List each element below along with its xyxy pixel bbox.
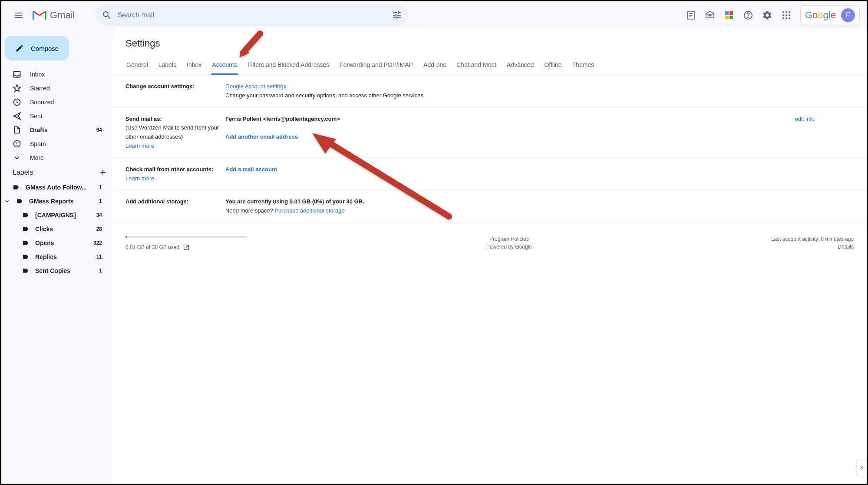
storage-need: Need more space? xyxy=(225,207,274,214)
label-gmass-reports[interactable]: GMass Reports 1 xyxy=(1,194,112,208)
settings-main: Settings General Labels Inbox Accounts F… xyxy=(112,29,867,484)
nav-label: More xyxy=(30,154,44,161)
gmail-text: Gmail xyxy=(50,10,75,21)
edit-info-link[interactable]: edit info xyxy=(795,115,815,124)
section-sublabel: (Use Wordzen Mail to send from your othe… xyxy=(125,124,219,140)
change-desc: Change your password and security option… xyxy=(225,92,425,99)
tab-inbox[interactable]: Inbox xyxy=(186,58,202,75)
gmail-logo[interactable]: Gmail xyxy=(33,10,75,21)
purchase-storage-link[interactable]: Purchase additional storage xyxy=(274,207,344,214)
tab-addons[interactable]: Add-ons xyxy=(422,58,447,75)
search-bar[interactable] xyxy=(96,5,408,26)
label-text: [CAMPAIGNS] xyxy=(35,212,76,219)
tab-advanced[interactable]: Advanced xyxy=(506,58,535,75)
side-panel-toggle[interactable] xyxy=(856,459,867,476)
storage-status: You are currently using 0.01 GB (0%) of … xyxy=(225,198,364,205)
label-clicks[interactable]: Clicks 28 xyxy=(1,222,112,236)
chevron-down-icon[interactable] xyxy=(4,198,10,204)
add-label-icon[interactable] xyxy=(99,168,107,177)
mail-addon-icon[interactable] xyxy=(701,7,719,24)
tab-general[interactable]: General xyxy=(125,58,149,75)
send-identity: Ferris Pollent <ferris@pollentagency.com… xyxy=(225,116,340,122)
nav-spam[interactable]: Spam xyxy=(1,137,112,151)
label-icon xyxy=(16,198,23,205)
svg-point-18 xyxy=(785,17,787,19)
label-icon xyxy=(22,239,29,246)
labels-header: Labels xyxy=(1,165,112,180)
label-gmass-autofollow[interactable]: GMass Auto Follow... 1 xyxy=(1,180,112,194)
program-policies-link[interactable]: Program Policies xyxy=(486,236,532,242)
nav-snoozed[interactable]: Snoozed xyxy=(1,95,112,109)
search-input[interactable] xyxy=(117,11,386,19)
pencil-icon xyxy=(15,44,24,53)
gmail-icon xyxy=(33,10,46,20)
compose-button[interactable]: Compose xyxy=(5,36,69,60)
add-another-email-link[interactable]: Add another email address xyxy=(225,133,298,140)
nav-label: Starred xyxy=(30,85,50,92)
star-icon xyxy=(13,84,21,93)
label-text: GMass Reports xyxy=(29,198,74,205)
support-icon[interactable] xyxy=(739,7,757,24)
sidebar: Compose Inbox Starred Snoozed Sent Dra xyxy=(1,29,112,484)
tab-offline[interactable]: Offline xyxy=(543,58,562,75)
add-mail-account-link[interactable]: Add a mail account xyxy=(225,166,277,173)
nav-sent[interactable]: Sent xyxy=(1,109,112,123)
chevron-left-icon xyxy=(859,465,865,470)
label-icon xyxy=(22,212,29,219)
section-label: Add additional storage: xyxy=(125,197,225,216)
nav-label: Drafts xyxy=(30,126,47,133)
svg-rect-7 xyxy=(725,16,729,19)
apps-grid-icon[interactable] xyxy=(778,7,795,24)
tab-forwarding[interactable]: Forwarding and POP/IMAP xyxy=(339,58,414,75)
footer: 0.01 GB of 30 GB used Program Policies P… xyxy=(112,223,867,259)
label-sent-copies[interactable]: Sent Copies 1 xyxy=(1,264,112,278)
nav-more[interactable]: More xyxy=(1,151,112,165)
nav-inbox[interactable]: Inbox xyxy=(1,67,112,81)
tab-filters[interactable]: Filters and Blocked Addresses xyxy=(247,58,330,75)
header: Gmail Google F xyxy=(1,1,867,29)
label-campaigns[interactable]: [CAMPAIGNS] 34 xyxy=(1,208,112,222)
label-text: Clicks xyxy=(35,226,53,233)
google-account-settings-link[interactable]: Google Account settings xyxy=(225,83,286,90)
page-title: Settings xyxy=(112,38,867,54)
nav-starred[interactable]: Starred xyxy=(1,81,112,95)
tab-themes[interactable]: Themes xyxy=(571,58,595,75)
section-label: Change account settings: xyxy=(125,82,225,100)
app-addon-icon[interactable] xyxy=(720,7,738,24)
section-check-mail: Check mail from other accounts: Learn mo… xyxy=(112,158,867,191)
label-opens[interactable]: Opens 322 xyxy=(1,236,112,250)
label-icon xyxy=(13,184,20,191)
svg-rect-5 xyxy=(725,11,729,15)
compose-label: Compose xyxy=(31,45,59,52)
label-replies[interactable]: Replies 11 xyxy=(1,250,112,264)
label-text: Sent Copies xyxy=(35,267,70,274)
section-change-account: Change account settings: Google Account … xyxy=(112,75,867,108)
section-send-mail-as: Send mail as: (Use Wordzen Mail to send … xyxy=(112,108,867,158)
tab-accounts[interactable]: Accounts xyxy=(211,58,238,75)
label-count: 28 xyxy=(96,226,102,232)
main-menu-button[interactable] xyxy=(8,5,29,26)
search-options-icon[interactable] xyxy=(392,10,402,20)
docs-addon-icon[interactable] xyxy=(682,7,700,24)
storage-progress xyxy=(125,236,247,238)
tab-labels[interactable]: Labels xyxy=(158,58,177,75)
label-count: 1 xyxy=(99,198,102,204)
chevron-down-icon xyxy=(13,153,21,162)
settings-icon[interactable] xyxy=(759,7,776,24)
tab-chat[interactable]: Chat and Meet xyxy=(455,58,497,75)
open-in-new-icon[interactable] xyxy=(183,244,190,251)
label-text: Replies xyxy=(35,253,57,260)
details-link[interactable]: Details xyxy=(771,244,854,250)
nav-drafts[interactable]: Drafts 64 xyxy=(1,123,112,137)
learn-more-link[interactable]: Learn more xyxy=(125,175,154,182)
learn-more-link[interactable]: Learn more xyxy=(125,143,154,149)
google-logo-text: Google xyxy=(805,10,836,21)
svg-point-14 xyxy=(782,14,784,16)
svg-point-24 xyxy=(17,146,17,146)
label-icon xyxy=(22,226,29,233)
section-storage: Add additional storage: You are currentl… xyxy=(112,190,867,223)
settings-tabs: General Labels Inbox Accounts Filters an… xyxy=(112,54,867,75)
google-account-box[interactable]: Google F xyxy=(800,5,860,25)
svg-point-12 xyxy=(785,11,787,13)
avatar[interactable]: F xyxy=(841,8,855,22)
